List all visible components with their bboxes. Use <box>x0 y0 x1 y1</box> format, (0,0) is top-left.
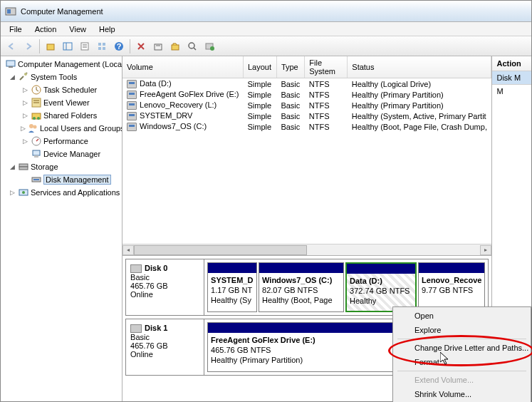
volume-row[interactable]: SYSTEM_DRVSimpleBasicNTFSHealthy (System… <box>122 110 491 121</box>
refresh-button[interactable] <box>202 38 217 54</box>
part-data-d[interactable]: Data (D:)372.74 GB NTFSHealthy <box>345 262 417 312</box>
tree-task-scheduler[interactable]: ▷Task Scheduler <box>1 83 122 96</box>
svg-point-17 <box>189 43 194 48</box>
tree-local-users[interactable]: ▷Local Users and Groups <box>1 122 122 135</box>
svg-rect-21 <box>6 61 15 66</box>
properties-button[interactable] <box>77 38 93 54</box>
volume-row[interactable]: FreeAgent GoFlex Drive (E:)SimpleBasicNT… <box>122 89 491 100</box>
svg-rect-1 <box>7 9 11 14</box>
context-menu: Open Explore Change Drive Letter and Pat… <box>392 306 531 402</box>
tree-storage[interactable]: ◢Storage <box>1 160 122 173</box>
scroll-right-icon[interactable]: ▸ <box>480 245 491 255</box>
col-fs[interactable]: File System <box>305 56 348 78</box>
svg-rect-39 <box>33 179 39 180</box>
part-windows7-os[interactable]: Windows7_OS (C:)82.07 GB NTFSHealthy (Bo… <box>259 262 344 312</box>
svg-rect-22 <box>9 66 13 68</box>
help-button[interactable]: ? <box>111 38 127 54</box>
svg-rect-37 <box>19 167 28 170</box>
open-button[interactable] <box>167 38 183 54</box>
tree-root[interactable]: Computer Management (Local <box>1 58 122 71</box>
tree-performance[interactable]: ▷Performance <box>1 135 122 148</box>
col-volume[interactable]: Volume <box>122 56 243 78</box>
svg-rect-8 <box>98 43 101 46</box>
ctx-separator <box>397 339 526 339</box>
svg-rect-36 <box>19 164 28 167</box>
expand-icon[interactable]: ▷ <box>21 86 29 93</box>
ctx-change-drive-letter[interactable]: Change Drive Letter and Paths... <box>395 341 529 355</box>
ctx-open[interactable]: Open <box>395 309 529 323</box>
tree-services[interactable]: ▷Services and Applications <box>1 186 122 199</box>
ctx-explore[interactable]: Explore <box>395 323 529 337</box>
svg-rect-5 <box>81 43 88 50</box>
svg-rect-2 <box>47 44 54 50</box>
drive-icon <box>127 80 137 88</box>
toolbar: ? <box>1 36 531 56</box>
expand-icon[interactable]: ▷ <box>21 125 26 132</box>
ctx-format[interactable]: Format... <box>395 355 529 369</box>
col-layout[interactable]: Layout <box>243 56 276 78</box>
tree-device-manager[interactable]: Device Manager <box>1 148 122 160</box>
disk-0-header[interactable]: Disk 0 Basic 465.76 GB Online <box>126 259 204 315</box>
app-icon <box>5 6 16 17</box>
up-button[interactable] <box>43 38 58 54</box>
actions-more[interactable]: M <box>492 85 531 98</box>
svg-point-32 <box>33 125 37 129</box>
disk-icon <box>130 324 142 333</box>
menu-help[interactable]: Help <box>93 24 121 35</box>
part-lenovo-recovery[interactable]: Lenovo_Recove9.77 GB NTFS <box>418 262 485 312</box>
find-button[interactable] <box>184 38 200 54</box>
drive-icon <box>127 91 137 99</box>
scroll-left-icon[interactable]: ◂ <box>122 245 134 255</box>
menu-view[interactable]: View <box>63 24 92 35</box>
show-hide-button[interactable] <box>60 38 75 54</box>
ctx-extend-volume: Extend Volume... <box>395 373 529 387</box>
part-system-drv[interactable]: SYSTEM_D1.17 GB NTHealthy (Sy <box>207 262 257 312</box>
settings-button[interactable] <box>150 38 166 54</box>
svg-point-30 <box>37 117 40 120</box>
menu-file[interactable]: File <box>4 24 28 35</box>
collapse-icon[interactable]: ◢ <box>8 73 16 81</box>
tree-shared-folders[interactable]: ▷Shared Folders <box>1 109 122 122</box>
expand-icon[interactable]: ▷ <box>21 99 29 106</box>
expand-icon[interactable]: ▷ <box>21 112 29 119</box>
expand-icon[interactable]: ▷ <box>8 189 16 196</box>
svg-rect-3 <box>63 43 72 50</box>
tree-disk-management[interactable]: Disk Management <box>1 173 122 186</box>
ctx-shrink-volume[interactable]: Shrink Volume... <box>395 387 529 401</box>
computer-icon <box>5 58 16 70</box>
svg-line-18 <box>194 48 196 50</box>
menu-action[interactable]: Action <box>29 24 63 35</box>
svg-text:?: ? <box>117 42 122 51</box>
actions-selected[interactable]: Disk M <box>492 71 531 85</box>
collapse-icon[interactable]: ◢ <box>8 163 16 170</box>
tree-event-viewer[interactable]: ▷Event Viewer <box>1 96 122 109</box>
tree-pane: Computer Management (Local ◢System Tools… <box>1 56 122 401</box>
col-status[interactable]: Status <box>348 56 491 78</box>
svg-rect-9 <box>103 43 105 46</box>
drive-icon <box>127 101 137 110</box>
col-type[interactable]: Type <box>276 56 304 78</box>
perf-icon <box>31 135 42 147</box>
volume-row[interactable]: Lenovo_Recovery (L:)SimpleBasicNTFSHealt… <box>122 100 491 110</box>
clock-icon <box>31 84 42 96</box>
ctx-separator <box>397 371 526 371</box>
expand-icon[interactable]: ▷ <box>21 138 29 145</box>
svg-point-23 <box>24 73 27 76</box>
menubar: File Action View Help <box>1 22 531 36</box>
tree-system-tools[interactable]: ◢System Tools <box>1 71 122 83</box>
h-scrollbar[interactable]: ◂ ▸ <box>122 244 491 255</box>
users-icon <box>27 123 38 134</box>
volume-row[interactable]: Data (D:)SimpleBasicNTFSHealthy (Logical… <box>122 78 491 90</box>
svg-rect-10 <box>98 47 101 50</box>
scroll-thumb[interactable] <box>134 245 307 255</box>
svg-rect-14 <box>155 44 162 50</box>
grid-button[interactable] <box>94 38 110 54</box>
disk-1-header[interactable]: Disk 1 Basic 465.76 GB Online <box>126 319 204 375</box>
disk-icon <box>130 264 142 273</box>
delete-button[interactable] <box>133 38 149 54</box>
svg-point-29 <box>33 117 36 120</box>
event-icon <box>31 97 42 108</box>
volume-row[interactable]: Windows7_OS (C:)SimpleBasicNTFSHealthy (… <box>122 121 491 132</box>
drive-icon <box>127 123 137 131</box>
back-button <box>4 38 19 54</box>
